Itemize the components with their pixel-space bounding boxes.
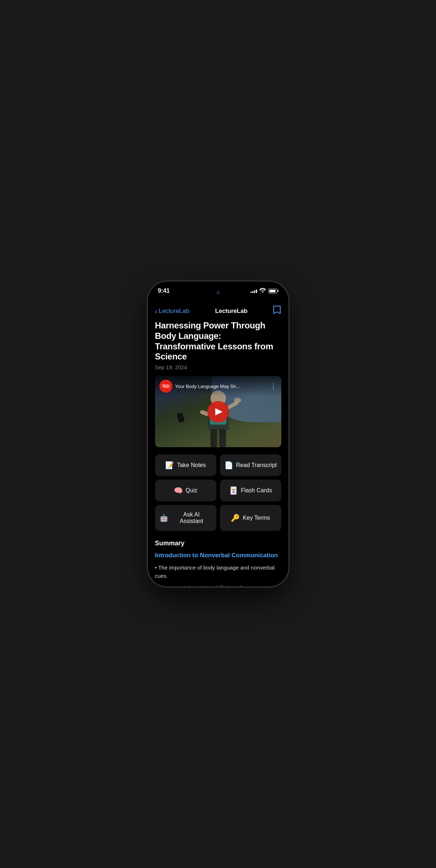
svg-point-5	[234, 398, 241, 403]
key-terms-label: Key Terms	[243, 515, 270, 521]
battery-body	[268, 289, 277, 293]
take-notes-button[interactable]: 📝 Take Notes	[155, 454, 216, 476]
quiz-label: Quiz	[186, 487, 198, 494]
signal-bar-2	[252, 291, 254, 293]
ask-ai-button[interactable]: 🤖 Ask AI Assistant	[155, 505, 216, 531]
status-icons	[251, 287, 278, 294]
quiz-button[interactable]: 🧠 Quiz	[155, 480, 216, 501]
play-button[interactable]	[207, 401, 229, 423]
key-terms-icon: 🔑	[231, 514, 240, 522]
bookmark-icon[interactable]	[273, 305, 281, 317]
svg-rect-7	[210, 429, 217, 447]
wifi-icon	[260, 288, 266, 294]
summary-bullet-2: • How our postures in social interaction…	[155, 584, 281, 586]
signal-bar-3	[254, 290, 255, 293]
island-camera	[216, 291, 220, 295]
scroll-content[interactable]: ‹ LectureLab LectureLab Harnessing Power…	[148, 302, 289, 586]
read-transcript-label: Read Transcript	[236, 462, 277, 468]
battery-fill	[269, 290, 276, 292]
video-options-icon[interactable]: ⋮	[270, 382, 277, 390]
nav-back-button[interactable]: ‹ LectureLab	[155, 307, 190, 315]
flash-cards-icon: 🃏	[229, 486, 238, 495]
video-title-text: Your Body Language May Sh...	[175, 384, 240, 389]
summary-subtitle: Introduction to Nonverbal Communication	[155, 551, 281, 559]
ted-logo-container: TED Your Body Language May Sh...	[159, 380, 240, 393]
read-transcript-icon: 📄	[224, 461, 233, 470]
battery-icon	[268, 289, 278, 293]
quiz-icon: 🧠	[174, 486, 183, 495]
signal-bar-4	[256, 289, 257, 293]
flash-cards-label: Flash Cards	[241, 487, 272, 494]
take-notes-label: Take Notes	[177, 462, 206, 468]
summary-bullet-1: • The importance of body language and no…	[155, 564, 281, 580]
phone-frame: 9:41	[148, 282, 289, 586]
nav-back-label[interactable]: LectureLab	[159, 307, 189, 315]
ted-logo: TED	[159, 380, 172, 393]
signal-bar-1	[251, 292, 252, 293]
content-area: Harnessing Power Through Body Language: …	[148, 320, 289, 586]
status-time: 9:41	[158, 287, 170, 295]
video-header: TED Your Body Language May Sh... ⋮	[155, 376, 281, 396]
nav-title: LectureLab	[215, 307, 248, 315]
take-notes-icon: 📝	[165, 461, 174, 470]
lecture-title: Harnessing Power Through Body Language: …	[155, 320, 281, 362]
battery-tip	[278, 290, 278, 292]
read-transcript-button[interactable]: 📄 Read Transcript	[220, 454, 281, 476]
phone-screen: 9:41	[148, 282, 289, 586]
flash-cards-button[interactable]: 🃏 Flash Cards	[220, 480, 281, 501]
nav-bar: ‹ LectureLab LectureLab	[148, 302, 289, 320]
signal-bars-icon	[251, 289, 257, 293]
summary-section: Summary Introduction to Nonverbal Commun…	[155, 540, 281, 586]
svg-rect-8	[219, 429, 226, 447]
lecture-date: Sep 19, 2024	[155, 364, 281, 370]
ask-ai-label: Ask AI Assistant	[171, 511, 212, 524]
ask-ai-icon: 🤖	[159, 514, 168, 522]
video-container[interactable]: TED Your Body Language May Sh... ⋮	[155, 376, 281, 447]
key-terms-button[interactable]: 🔑 Key Terms	[220, 505, 281, 531]
summary-heading: Summary	[155, 540, 281, 547]
dynamic-island	[197, 287, 240, 299]
action-buttons-grid: 📝 Take Notes 📄 Read Transcript 🧠 Quiz 🃏 …	[155, 454, 281, 531]
play-triangle-icon	[215, 408, 223, 415]
chevron-left-icon: ‹	[155, 307, 158, 315]
